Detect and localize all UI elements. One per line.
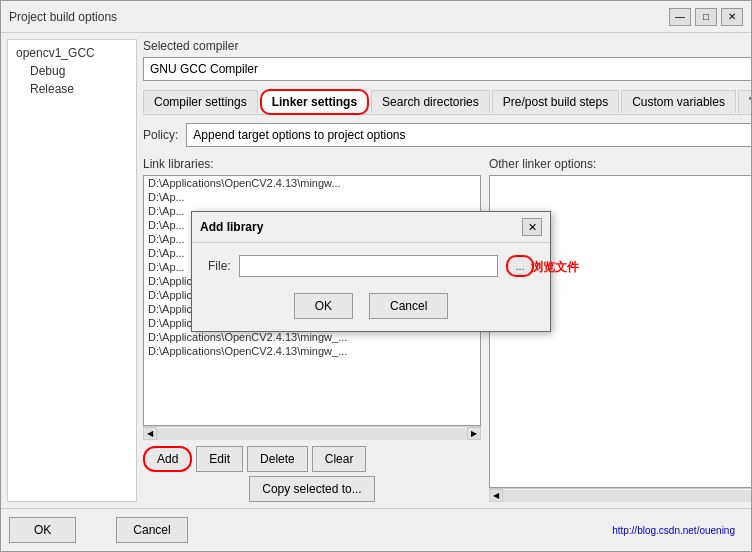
tab-search-dirs[interactable]: Search directories: [371, 90, 490, 113]
sidebar-item-opencv[interactable]: opencv1_GCC: [12, 44, 132, 62]
modal-ok-button[interactable]: OK: [294, 293, 353, 319]
list-item: D:\Applications\OpenCV2.4.13\mingw_...: [144, 330, 480, 344]
window-title: Project build options: [9, 10, 117, 24]
list-item: D:\Ap...: [144, 190, 480, 204]
maximize-button[interactable]: □: [695, 8, 717, 26]
copy-selected-row: Copy selected to...: [143, 476, 481, 502]
tab-pre-post-build[interactable]: Pre/post build steps: [492, 90, 619, 113]
policy-label: Policy:: [143, 128, 178, 142]
list-item: D:\Applications\OpenCV2.4.13\mingw...: [144, 176, 480, 190]
modal-browse-button[interactable]: ...: [506, 255, 534, 277]
tab-custom-vars[interactable]: Custom variables: [621, 90, 736, 113]
compiler-dropdown[interactable]: GNU GCC Compiler ▼: [143, 57, 751, 81]
compiler-value: GNU GCC Compiler: [150, 62, 258, 76]
modal-title-text: Add library: [200, 220, 263, 234]
add-library-dialog: Add library ✕ File: ... OK Cancel: [191, 211, 551, 332]
compiler-label: Selected compiler: [143, 39, 751, 53]
modal-title-bar: Add library ✕: [192, 212, 550, 243]
watermark-text: http://blog.csdn.net/ouening: [612, 525, 735, 536]
modal-cancel-button[interactable]: Cancel: [369, 293, 448, 319]
sidebar: opencv1_GCC Debug Release: [7, 39, 137, 502]
modal-file-row: File: ...: [208, 255, 534, 277]
minimize-button[interactable]: —: [669, 8, 691, 26]
edit-button[interactable]: Edit: [196, 446, 243, 472]
clear-button[interactable]: Clear: [312, 446, 367, 472]
compiler-section: Selected compiler GNU GCC Compiler ▼: [143, 39, 751, 81]
delete-button[interactable]: Delete: [247, 446, 308, 472]
modal-content: File: ... OK Cancel: [192, 243, 550, 331]
policy-dropdown[interactable]: Append target options to project options…: [186, 123, 751, 147]
sidebar-item-debug[interactable]: Debug: [12, 62, 132, 80]
tab-linker-settings[interactable]: Linker settings: [260, 89, 369, 115]
sidebar-item-release[interactable]: Release: [12, 80, 132, 98]
modal-close-button[interactable]: ✕: [522, 218, 542, 236]
list-item: D:\Applications\OpenCV2.4.13\mingw_...: [144, 344, 480, 358]
copy-selected-button[interactable]: Copy selected to...: [249, 476, 374, 502]
other-scroll-left-btn[interactable]: ◀: [489, 489, 503, 502]
action-buttons: Add Edit Delete Clear: [143, 446, 481, 472]
scroll-right-btn[interactable]: ▶: [467, 427, 481, 440]
modal-file-label: File:: [208, 259, 231, 273]
tabs-row: Compiler settings Linker settings Search…: [143, 89, 751, 115]
tab-mak[interactable]: "Mak: [738, 90, 751, 113]
tab-compiler-settings[interactable]: Compiler settings: [143, 90, 258, 113]
policy-value: Append target options to project options: [193, 128, 405, 142]
ok-button[interactable]: OK: [9, 517, 76, 543]
title-bar: Project build options — □ ✕: [1, 1, 751, 33]
policy-row: Policy: Append target options to project…: [143, 123, 751, 147]
horizontal-scrollbar[interactable]: ◀ ▶: [143, 426, 481, 440]
other-linker-label: Other linker options:: [489, 157, 751, 171]
link-libraries-label: Link libraries:: [143, 157, 481, 171]
title-bar-controls: — □ ✕: [669, 8, 743, 26]
scroll-left-btn[interactable]: ◀: [143, 427, 157, 440]
add-button[interactable]: Add: [143, 446, 192, 472]
modal-file-input[interactable]: [239, 255, 498, 277]
main-window: Project build options — □ ✕ opencv1_GCC …: [0, 0, 752, 552]
bottom-bar: OK Cancel http://blog.csdn.net/ouening: [1, 508, 751, 551]
modal-button-row: OK Cancel: [208, 293, 534, 319]
close-button[interactable]: ✕: [721, 8, 743, 26]
other-horizontal-scrollbar[interactable]: ◀ ▶: [489, 488, 751, 502]
cancel-button[interactable]: Cancel: [116, 517, 187, 543]
